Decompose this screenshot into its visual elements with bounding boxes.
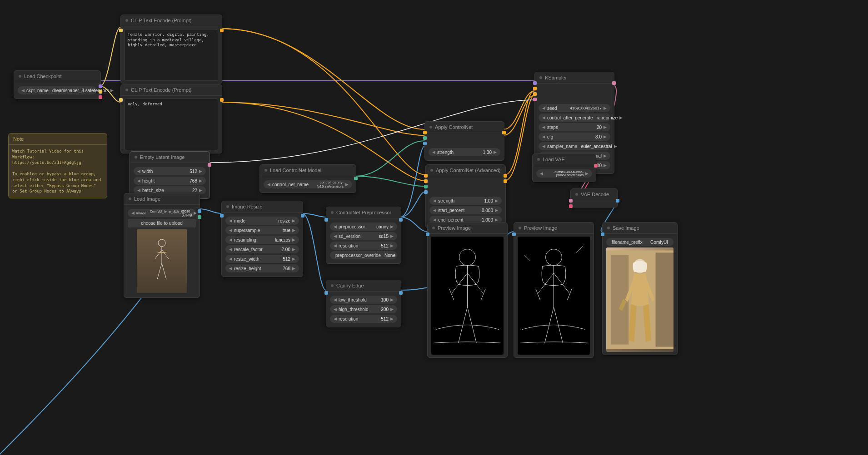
cfg-widget[interactable]: ◀cfg8.0▶: [539, 133, 610, 141]
note-title[interactable]: Note: [9, 134, 107, 145]
port-negative-in[interactable]: [533, 92, 537, 96]
node-title[interactable]: Apply ControlNet: [425, 122, 504, 133]
node-clip-negative[interactable]: CLIP Text Encode (Prompt) ugly, deformed: [120, 84, 222, 153]
port-vae-out[interactable]: [594, 164, 598, 168]
port-image-in[interactable]: [512, 232, 516, 236]
port-pos-in[interactable]: [424, 174, 428, 178]
node-title[interactable]: Load ControlNet Model: [260, 165, 356, 176]
port-pos-out[interactable]: [504, 174, 507, 178]
port-neg-out[interactable]: [504, 179, 507, 183]
node-title[interactable]: KSampler: [535, 72, 614, 84]
port-image-in[interactable]: [426, 232, 429, 236]
resize-height-widget[interactable]: ◀resize_height768▶: [225, 264, 299, 272]
node-preview-image-1[interactable]: Preview Image: [427, 222, 508, 358]
prompt-textarea[interactable]: ugly, deformed: [125, 99, 218, 150]
image-file-widget[interactable]: ◀imageComfyUI_temp_djzle_00010_ (1).png▶: [128, 209, 196, 217]
vae-name-widget[interactable]: ◀-ft-mse-840000-ema-pruned.safetensors▶: [536, 169, 592, 178]
node-save-image[interactable]: Save Image filename_prefixComfyUI: [602, 222, 678, 355]
low-threshold-widget[interactable]: ◀low_threshold100▶: [330, 296, 397, 304]
node-title[interactable]: Load Image: [124, 193, 200, 205]
node-title[interactable]: Load VAE: [533, 154, 596, 165]
choose-file-button[interactable]: choose file to upload: [128, 219, 196, 228]
port-image-out[interactable]: [301, 214, 304, 218]
port-vae-out[interactable]: [99, 95, 102, 99]
node-vae-decode[interactable]: VAE Decode: [570, 188, 618, 208]
resampling-widget[interactable]: ◀resamplinglanczos▶: [225, 236, 299, 244]
prompt-textarea[interactable]: female warrior, digital painting, standi…: [125, 29, 218, 81]
start-percent-widget[interactable]: ◀start_percent0.000▶: [429, 206, 502, 214]
override-widget[interactable]: preprocessor_overrideNone: [330, 251, 397, 259]
port-image-out[interactable]: [616, 199, 619, 203]
node-empty-latent[interactable]: Empty Latent Image ◀width512▶ ◀height768…: [130, 151, 210, 199]
node-title[interactable]: Save Image: [603, 223, 677, 234]
node-image-resize[interactable]: Image Resize ◀moderesize▶ ◀supersampletr…: [221, 201, 303, 277]
port-vae-in[interactable]: [569, 204, 573, 208]
port-controlnet-out[interactable]: [354, 177, 358, 180]
port-mask-out[interactable]: [198, 215, 201, 219]
port-controlnet-in[interactable]: [423, 136, 427, 140]
node-title[interactable]: CLIP Text Encode (Prompt): [121, 84, 222, 96]
strength-widget[interactable]: ◀strength1.00▶: [429, 148, 500, 156]
node-load-controlnet[interactable]: Load ControlNet Model ◀control_net_namec…: [259, 164, 356, 193]
node-load-image[interactable]: Load Image ◀imageComfyUI_temp_djzle_0001…: [124, 193, 200, 298]
port-conditioning-out[interactable]: [220, 98, 224, 102]
rescale-factor-widget[interactable]: ◀rescale_factor2.00▶: [225, 245, 299, 253]
node-title[interactable]: ControlNet Preprocessor: [326, 207, 401, 218]
port-clip-in[interactable]: [119, 29, 123, 32]
resolution-widget[interactable]: ◀resolution512▶: [330, 315, 397, 323]
node-title[interactable]: Image Resize: [222, 201, 303, 213]
port-model-out[interactable]: [99, 84, 102, 88]
mode-widget[interactable]: ◀moderesize▶: [225, 217, 299, 225]
port-image-out[interactable]: [198, 209, 201, 213]
node-title[interactable]: Canny Edge: [326, 280, 401, 292]
port-image-in[interactable]: [601, 232, 604, 236]
node-canny-edge[interactable]: Canny Edge ◀low_threshold100▶ ◀high_thre…: [326, 280, 401, 327]
filename-prefix-widget[interactable]: filename_prefixComfyUI: [606, 238, 673, 246]
port-conditioning-out[interactable]: [220, 29, 224, 32]
port-neg-in[interactable]: [424, 179, 428, 183]
node-title[interactable]: Preview Image: [514, 223, 594, 234]
port-clip-out[interactable]: [99, 90, 102, 94]
resolution-widget[interactable]: ◀resolution512▶: [330, 242, 397, 250]
preprocessor-widget[interactable]: ◀preprocessorcanny▶: [330, 223, 397, 231]
resize-width-widget[interactable]: ◀resize_width512▶: [225, 255, 299, 263]
sd-version-widget[interactable]: ◀sd_versionsd15▶: [330, 232, 397, 240]
node-title[interactable]: Load Checkpoint: [14, 71, 100, 82]
port-model-in[interactable]: [533, 81, 537, 85]
port-image-out[interactable]: [399, 218, 403, 222]
node-apply-controlnet-advanced[interactable]: Apply ControlNet (Advanced) ◀strength1.0…: [425, 164, 506, 228]
node-apply-controlnet[interactable]: Apply ControlNet ◀strength1.00▶: [424, 121, 504, 161]
port-clip-in[interactable]: [119, 98, 123, 102]
supersample-widget[interactable]: ◀supersampletrue▶: [225, 226, 299, 234]
node-note[interactable]: Note Watch Tutorial Video for this Workf…: [8, 133, 107, 198]
port-latent-out[interactable]: [612, 81, 616, 85]
node-title[interactable]: Empty Latent Image: [130, 152, 210, 163]
node-controlnet-preprocessor[interactable]: ControlNet Preprocessor ◀preprocessorcan…: [326, 207, 401, 264]
port-image-in[interactable]: [424, 190, 428, 194]
port-cond-out[interactable]: [502, 131, 506, 134]
high-threshold-widget[interactable]: ◀high_threshold200▶: [330, 305, 397, 313]
height-widget[interactable]: ◀height768▶: [134, 177, 206, 185]
port-image-in[interactable]: [220, 214, 224, 218]
seed-widget[interactable]: ◀seed41691834226017▶: [539, 104, 610, 112]
sampler-widget[interactable]: ◀sampler_nameeuler_ancestral▶: [539, 142, 610, 150]
port-controlnet-in[interactable]: [424, 185, 428, 188]
port-latent-out[interactable]: [208, 163, 211, 167]
port-image-in[interactable]: [324, 291, 328, 295]
port-image-in[interactable]: [324, 218, 328, 222]
node-title[interactable]: CLIP Text Encode (Prompt): [121, 15, 222, 26]
ckpt-name-widget[interactable]: ◀ ckpt_name dreamshaper_8.safetensors ▶: [18, 86, 97, 94]
strength-widget[interactable]: ◀strength1.00▶: [429, 197, 502, 205]
port-cond-in[interactable]: [423, 131, 427, 134]
node-load-vae[interactable]: Load VAE ◀-ft-mse-840000-ema-pruned.safe…: [532, 153, 596, 182]
note-body[interactable]: Watch Tutorial Video for this Workflow: …: [9, 145, 107, 198]
width-widget[interactable]: ◀width512▶: [134, 167, 206, 175]
port-image-in[interactable]: [423, 142, 427, 145]
node-title[interactable]: Apply ControlNet (Advanced): [426, 165, 505, 176]
port-image-out[interactable]: [399, 291, 403, 295]
port-positive-in[interactable]: [533, 87, 537, 90]
node-title[interactable]: Preview Image: [428, 223, 507, 234]
controlnet-name-widget[interactable]: ◀control_net_namecontrol_canny-fp16.safe…: [264, 180, 352, 188]
port-latent-in[interactable]: [533, 98, 537, 101]
control-after-generate-widget[interactable]: ◀control_after_generaterandomize▶: [539, 114, 610, 122]
